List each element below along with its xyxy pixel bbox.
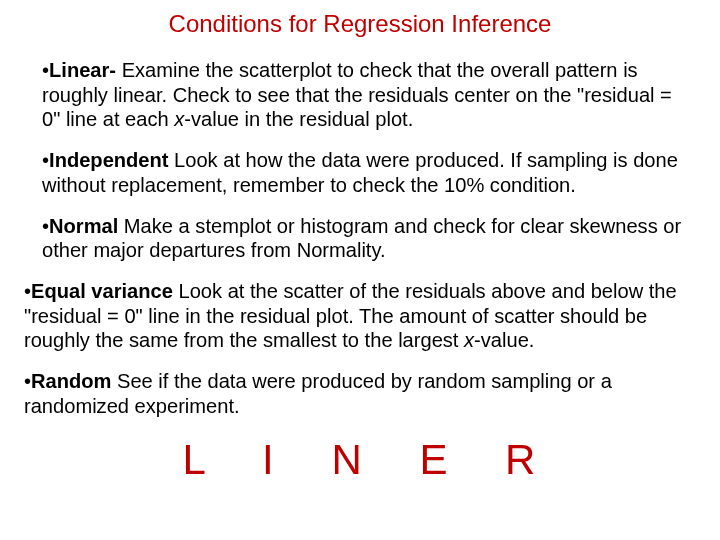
bullet-mark: • (24, 370, 31, 392)
bullet-text-a: Make a stemplot or histogram and check f… (42, 215, 681, 262)
bullet-linear: •Linear- Examine the scatterplot to chec… (42, 58, 692, 132)
bullet-mark: • (42, 149, 49, 171)
bullet-term: Independent (49, 149, 168, 171)
acronym-liner: L I N E R (0, 436, 720, 484)
bullet-equal-variance: •Equal variance Look at the scatter of t… (24, 279, 690, 353)
bullet-term: Equal variance (31, 280, 173, 302)
bullet-independent: •Independent Look at how the data were p… (42, 148, 692, 197)
bullet-text-b: -value in the residual plot. (184, 108, 413, 130)
bullet-term: Normal (49, 215, 118, 237)
slide-body: •Linear- Examine the scatterplot to chec… (0, 58, 720, 263)
slide-title: Conditions for Regression Inference (0, 0, 720, 42)
slide-body-tight: •Equal variance Look at the scatter of t… (0, 279, 720, 419)
bullet-random: •Random See if the data were produced by… (24, 369, 690, 418)
slide: Conditions for Regression Inference •Lin… (0, 0, 720, 540)
bullet-mark: • (24, 280, 31, 302)
bullet-normal: •Normal Make a stemplot or histogram and… (42, 214, 692, 263)
bullet-mark: • (42, 215, 49, 237)
bullet-mark: • (42, 59, 49, 81)
bullet-text-b: -value. (474, 329, 534, 351)
bullet-ital: x (464, 329, 474, 351)
bullet-term: Random (31, 370, 111, 392)
bullet-text-a: See if the data were produced by random … (24, 370, 612, 417)
bullet-ital: x (174, 108, 184, 130)
bullet-term: Linear- (49, 59, 116, 81)
